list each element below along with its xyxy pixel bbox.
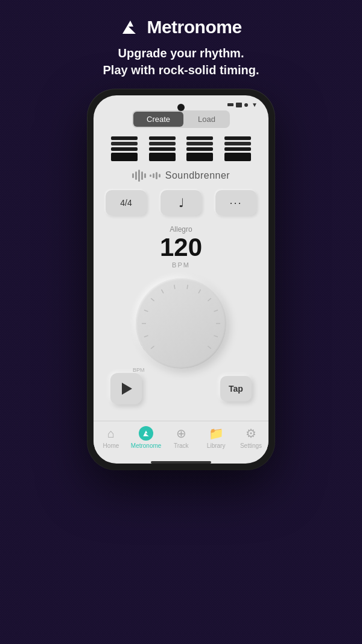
svg-line-14 [208,346,211,348]
track-accent-3 [186,153,213,161]
track-line-4 [149,136,176,140]
action-row: Tap [103,373,259,404]
nav-item-metronome[interactable]: Metronome [131,426,162,449]
nav-label-track: Track [174,442,189,449]
svg-line-6 [162,290,164,293]
dial-wrapper: BPM [127,271,235,367]
camera-notch [177,104,185,111]
track-line-3 [111,147,138,151]
svg-line-4 [144,310,148,311]
svg-line-1 [151,346,154,348]
track-line-12 [224,147,251,151]
svg-line-8 [187,285,188,289]
track-icon: ⊕ [176,426,186,441]
track-accent-1 [111,153,138,161]
bpm-section: Allegro 120 BPM [103,225,259,269]
waveform-icon [132,170,160,182]
status-icons: ▼ [227,101,258,108]
soundbrenner-label: Soundbrenner [165,170,230,181]
wave-bar-1 [132,173,134,178]
settings-icon: ⚙ [246,426,256,441]
svg-line-11 [214,310,218,311]
track-line-5 [149,142,176,145]
track-line-2 [111,142,138,145]
nav-label-home: Home [103,442,119,449]
wave-bar-4 [141,171,143,180]
home-indicator [151,461,211,464]
app-logo-icon [120,17,141,37]
beat-track-2[interactable] [149,136,176,161]
track-line-1 [111,136,138,140]
nav-item-settings[interactable]: ⚙ Settings [236,426,266,449]
app-subtitle: Upgrade your rhythm. Play with rock-soli… [0,45,362,78]
wave-bar-3 [138,170,140,182]
svg-marker-0 [122,21,136,34]
nav-item-home[interactable]: ⌂ Home [96,427,126,449]
svg-line-13 [214,336,218,337]
note-button[interactable]: ♩ [160,190,202,215]
bottom-nav: ⌂ Home Metronome ⊕ Track 📁 [94,421,268,459]
nav-item-track[interactable]: ⊕ Track [166,426,196,449]
play-icon [122,383,132,395]
bpm-value: 120 [103,234,259,261]
bpm-unit: BPM [103,261,259,269]
tab-bar: Create Load [103,110,259,128]
battery-icon: ▼ [252,101,258,108]
track-line-9 [186,147,213,151]
metronome-icon [142,429,150,438]
tempo-name: Allegro [103,225,259,234]
nav-label-library: Library [207,442,226,449]
tab-create[interactable]: Create [133,112,183,127]
dial-container[interactable]: BPM [103,271,259,367]
track-line-8 [186,142,213,145]
svg-line-5 [151,298,154,301]
svg-line-7 [174,285,175,289]
wave-bar-8 [156,172,157,179]
wave-bar-5 [144,173,146,178]
track-line-6 [149,147,176,151]
phone-frame: ▼ Create Load [87,89,275,470]
svg-marker-15 [143,430,148,436]
track-line-7 [186,136,213,140]
app-content: Create Load [94,110,268,421]
tab-load[interactable]: Load [185,112,229,127]
bpm-dial[interactable] [136,278,226,369]
time-signature-button[interactable]: 4/4 [106,190,147,215]
play-button[interactable] [110,373,142,404]
soundbrenner-area: Soundbrenner [103,170,259,182]
tap-button[interactable]: Tap [220,376,252,401]
library-icon: 📁 [209,426,224,441]
dial-ticks-svg [136,278,226,369]
controls-row: 4/4 ♩ ··· [103,190,259,215]
metronome-icon-bg [139,426,153,441]
nav-label-metronome: Metronome [131,442,162,449]
wave-bar-9 [159,174,160,177]
beat-track-3[interactable] [186,136,213,161]
subtitle-line2: Play with rock-solid timing. [103,63,259,77]
app-title-row: Metronome [0,17,362,37]
wave-bar-6 [150,174,151,177]
beat-tracks [103,136,259,161]
svg-line-10 [208,298,211,301]
subtitle-line1: Upgrade your rhythm. [118,46,244,60]
tab-container: Create Load [132,110,230,128]
app-title: Metronome [147,17,241,37]
phone-screen: ▼ Create Load [94,95,268,464]
nav-item-library[interactable]: 📁 Library [201,426,231,449]
nav-label-settings: Settings [240,442,262,449]
more-button[interactable]: ··· [215,190,256,215]
wave-bar-2 [135,171,137,180]
beat-track-4[interactable] [224,136,251,161]
track-accent-4 [224,153,251,161]
wifi-icon [244,103,248,107]
phone-container: ▼ Create Load [0,89,362,470]
signal-bar-2 [236,103,242,107]
svg-line-9 [198,290,201,293]
header: Metronome Upgrade your rhythm. Play with… [0,0,362,78]
home-icon: ⌂ [107,427,115,441]
svg-line-2 [144,336,148,337]
signal-bar-1 [227,103,233,106]
wave-bar-7 [153,173,154,178]
beat-track-1[interactable] [111,136,138,161]
track-line-11 [224,142,251,145]
